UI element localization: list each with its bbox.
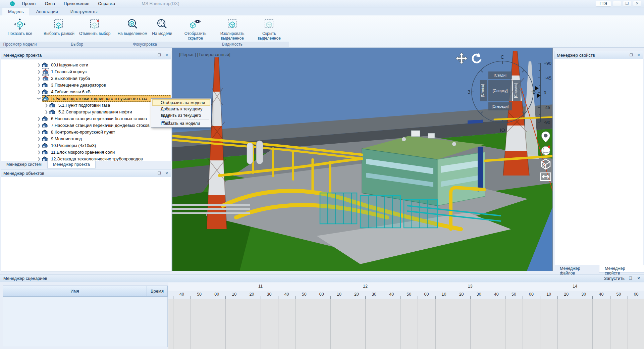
menu-0[interactable]: Проект: [17, 0, 41, 7]
tree-item[interactable]: ❯6.Насосная станция перекачки бытовых ст…: [1, 115, 171, 122]
timeline-grid[interactable]: [168, 299, 644, 349]
elevation-gauge[interactable]: +90+450-45-90: [533, 58, 553, 129]
tree-item[interactable]: ❯5.2.Сепараторы улавливания нефти: [1, 108, 171, 115]
grid-line: [470, 299, 471, 349]
context-menu-item[interactable]: Удалить из текущего вида: [152, 112, 210, 118]
tab-Инструменты[interactable]: Инструменты: [64, 8, 104, 15]
menu-items: ПроектОкнаПриложениеСправка: [17, 0, 119, 7]
view-cube[interactable]: [Сзади] [Сверху] [Спереди] [Слева] [Спра…: [480, 71, 521, 110]
chevron-right-icon[interactable]: ❯: [36, 150, 42, 154]
column-time[interactable]: Время: [147, 286, 167, 296]
view-cube-top[interactable]: [Сверху]: [493, 89, 508, 93]
gauge-marker-icon[interactable]: [535, 86, 539, 90]
timeline-minute-label: 20: [459, 292, 464, 297]
scenario-table-body[interactable]: [3, 297, 168, 347]
compass-north-label[interactable]: С: [501, 54, 504, 60]
float-panel-icon[interactable]: ❐: [157, 171, 161, 175]
view-cube-back[interactable]: [Сзади]: [494, 73, 506, 77]
house-icon: [49, 103, 57, 107]
menu-1[interactable]: Окна: [41, 0, 59, 7]
tree-item[interactable]: ❯11.Блок мокрого хранения соли: [1, 149, 171, 155]
viewport[interactable]: [Персп.] [Тонированный] С Ю З В [Сзад: [172, 48, 553, 271]
tree-item[interactable]: ❯9.Молниеотвод: [1, 135, 171, 142]
zoom-model-button[interactable]: На модели: [150, 16, 174, 37]
context-menu-item[interactable]: Показать на модели: [152, 120, 210, 127]
tree-item[interactable]: ❯4.Гибкие связи 6 кВ: [1, 88, 171, 95]
zoom-selected-button[interactable]: На выделенном: [115, 16, 149, 37]
project-panel-tab[interactable]: Менеджер систем: [1, 161, 47, 168]
tree-item[interactable]: ❯7.Насосная станция перекачки дождевых с…: [1, 122, 171, 129]
compass-south-label[interactable]: Ю: [500, 127, 505, 133]
menu-2[interactable]: Приложение: [59, 0, 94, 7]
tree-item[interactable]: ❯12.Эстакада технологических трубопровод…: [1, 155, 171, 161]
pan-icon[interactable]: [455, 52, 468, 65]
tree-item[interactable]: ❯10.Ресиверы (4x10м3): [1, 142, 171, 149]
close-panel-icon[interactable]: ✕: [165, 171, 169, 175]
select-frame-button[interactable]: Выбрать рамкой: [42, 16, 76, 37]
timeline-tick: [173, 296, 173, 299]
compass-west-label[interactable]: З: [468, 89, 471, 95]
chevron-right-icon[interactable]: ❯: [36, 116, 42, 121]
orbit-icon[interactable]: [539, 144, 552, 157]
isolate-button[interactable]: Изолировать выделенное: [214, 16, 251, 42]
column-name[interactable]: Имя: [3, 286, 147, 296]
close-panel-icon[interactable]: ✕: [165, 53, 169, 57]
tree-item[interactable]: ❯5.1.Пункт подготовки газа: [1, 102, 171, 108]
tab-Модель[interactable]: Модель: [2, 8, 30, 15]
float-panel-icon[interactable]: ❐: [629, 53, 633, 57]
show-all-button[interactable]: Показать все: [6, 16, 34, 37]
chevron-right-icon[interactable]: ❯: [36, 157, 42, 161]
timeline[interactable]: 11121314 4050001020304050001020304050001…: [168, 283, 644, 349]
tree-item[interactable]: ❯8.Контрольно-пропускной пункт: [1, 129, 171, 135]
close-panel-icon[interactable]: ✕: [637, 277, 641, 281]
properties-panel-tab[interactable]: Менеджер свойств: [599, 265, 644, 272]
tree-item[interactable]: ❯5. Блок подготовки топливного и пусково…: [1, 95, 171, 102]
tree-item[interactable]: ❯2.Выхлопная труба: [1, 75, 171, 82]
show-hidden-button[interactable]: Отобразить скрытое: [177, 16, 214, 42]
chevron-right-icon[interactable]: ❯: [36, 69, 42, 74]
grid-line: [523, 299, 523, 349]
close-button[interactable]: ✕: [633, 1, 641, 6]
context-menu-item[interactable]: Отобразить на модели: [152, 99, 210, 106]
chevron-right-icon[interactable]: ❯: [36, 130, 42, 134]
chevron-right-icon[interactable]: ❯: [36, 137, 42, 141]
timeline-hour-label: 13: [468, 284, 473, 289]
chevron-right-icon[interactable]: ❯: [36, 63, 42, 67]
close-panel-icon[interactable]: ✕: [637, 53, 641, 57]
navigation-compass[interactable]: С Ю З В [Сзади] [Сверху] [Спереди] [Слев…: [468, 53, 540, 137]
menu-3[interactable]: Справка: [94, 0, 119, 7]
timeline-minute-label: 20: [564, 292, 569, 297]
view-cube-right[interactable]: [Справа]: [514, 83, 518, 98]
app-badge[interactable]: ГТЭ: [596, 1, 611, 7]
project-panel-tab[interactable]: Менеджер проекта: [47, 161, 96, 168]
minimize-button[interactable]: –: [613, 1, 621, 6]
timeline-tick: [278, 296, 278, 299]
timeline-minute-label: 50: [512, 292, 516, 297]
hide-button[interactable]: Скрыть выделенное: [251, 16, 287, 42]
tree-item[interactable]: ❯1.Главный корпус: [1, 68, 171, 75]
restore-button[interactable]: ❐: [623, 1, 631, 6]
chevron-right-icon[interactable]: ❯: [43, 103, 49, 107]
tab-Аннотации[interactable]: Аннотации: [30, 8, 64, 15]
tree-item[interactable]: ❯3.Помещение деаэраторов: [1, 82, 171, 88]
run-scenario-button[interactable]: Запустить: [604, 276, 625, 281]
app-logo-icon[interactable]: CL: [10, 1, 15, 6]
chevron-right-icon[interactable]: ❯: [43, 110, 49, 114]
context-menu-item[interactable]: Добавить к текущему виду: [152, 106, 210, 112]
section-cube-icon[interactable]: [539, 157, 552, 170]
pan-horizontal-icon[interactable]: [539, 170, 552, 183]
view-cube-front[interactable]: [Спереди]: [492, 104, 509, 108]
chevron-right-icon[interactable]: ❯: [36, 90, 42, 94]
location-pin-icon[interactable]: [539, 131, 552, 143]
chevron-right-icon[interactable]: ❯: [36, 143, 42, 148]
chevron-down-icon[interactable]: ❯: [37, 95, 41, 101]
chevron-right-icon[interactable]: ❯: [36, 83, 42, 87]
float-panel-icon[interactable]: ❐: [157, 53, 161, 57]
cancel-select-button[interactable]: xОтменить выбор: [77, 16, 112, 37]
tree-item[interactable]: ❯00.Наружные сети: [1, 61, 171, 68]
properties-panel-tab[interactable]: Менеджер файлов: [554, 265, 599, 272]
float-panel-icon[interactable]: ❐: [629, 277, 633, 281]
chevron-right-icon[interactable]: ❯: [36, 123, 42, 128]
chevron-right-icon[interactable]: ❯: [36, 76, 42, 81]
view-cube-left[interactable]: [Слева]: [480, 84, 484, 97]
